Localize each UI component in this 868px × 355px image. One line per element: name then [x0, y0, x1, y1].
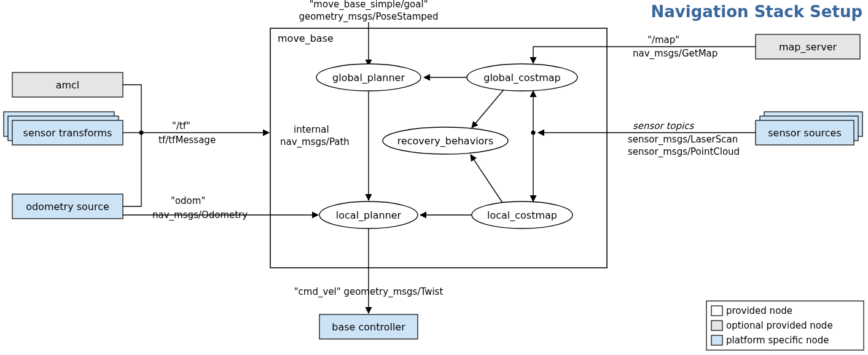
legend-optional: optional provided node: [726, 320, 833, 331]
internal-type-label: nav_msgs/Path: [280, 136, 350, 148]
local-costmap-label: local_costmap: [487, 209, 557, 222]
sensor-sources-stack: sensor sources: [756, 112, 862, 145]
cmdvel-label: "cmd_vel" geometry_msgs/Twist: [294, 286, 444, 298]
svg-rect-7: [711, 306, 722, 316]
odom-type-label: nav_msgs/Odometry: [152, 209, 248, 221]
legend: provided node optional provided node pla…: [706, 301, 864, 350]
sensor-transforms-label: sensor transforms: [23, 127, 112, 139]
odometry-source-label: odometry source: [26, 201, 109, 213]
left-vertical-bus: [123, 85, 141, 206]
gcostmap-to-recovery-arrow: [472, 90, 504, 128]
sensor-type1-label: sensor_msgs/LaserScan: [628, 134, 738, 146]
lcostmap-to-recovery-arrow: [471, 155, 502, 203]
sensor-transforms-stack: sensor transforms: [4, 112, 123, 145]
map-type-label: nav_msgs/GetMap: [633, 48, 717, 60]
global-costmap-label: global_costmap: [483, 72, 561, 84]
tf-type-label: tf/tfMessage: [158, 135, 216, 146]
recovery-behaviors-label: recovery_behaviors: [397, 135, 494, 147]
sensor-junction-dot: [531, 131, 536, 135]
sensor-topics-label: sensor topics: [633, 120, 694, 131]
legend-provided: provided node: [726, 305, 792, 316]
sensor-type2-label: sensor_msgs/PointCloud: [628, 146, 740, 158]
page-title: Navigation Stack Setup: [651, 2, 862, 21]
internal-label: internal: [294, 124, 329, 135]
goal-topic-label: "move_base_simple/goal": [309, 0, 428, 10]
base-controller-label: base controller: [332, 321, 405, 333]
local-planner-label: local_planner: [336, 209, 402, 222]
map-topic-label: "/map": [647, 34, 679, 45]
svg-rect-9: [711, 335, 722, 345]
global-planner-label: global_planner: [332, 72, 405, 84]
goal-type-label: geometry_msgs/PoseStamped: [299, 11, 438, 23]
move-base-label: move_base: [278, 33, 334, 45]
tf-topic-label: "/tf": [172, 120, 190, 131]
sensor-sources-label: sensor sources: [768, 127, 842, 139]
map-server-label: map_server: [779, 41, 837, 53]
svg-rect-8: [711, 321, 722, 330]
legend-platform: platform specific node: [726, 335, 829, 346]
odom-topic-label: "odom": [171, 195, 205, 206]
amcl-label: amcl: [56, 79, 80, 91]
